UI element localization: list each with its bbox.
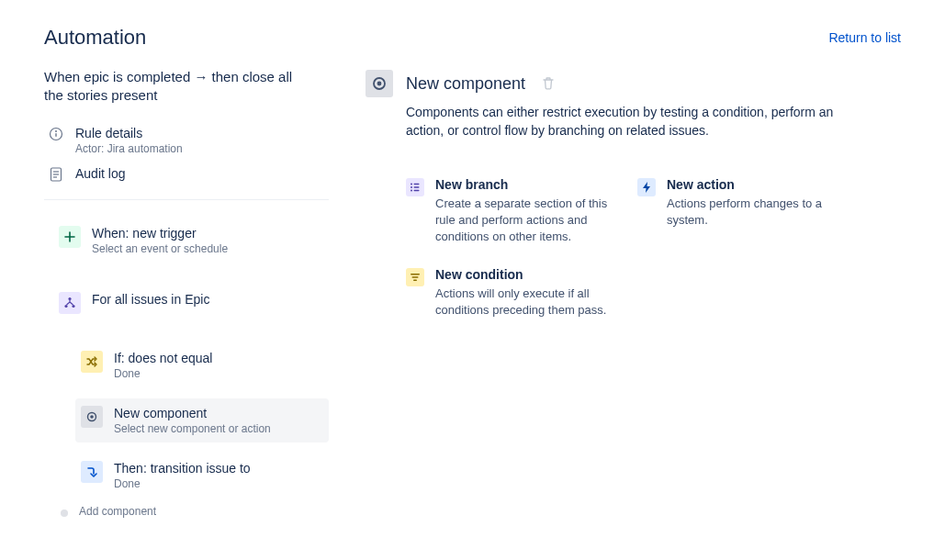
shuffle-icon [81,351,103,373]
document-icon [48,166,64,183]
rule-actor-label: Actor: Jira automation [75,142,183,155]
step-condition[interactable]: If: does not equal Done [75,343,329,387]
svg-point-18 [411,189,412,191]
step-action-title: Then: transition issue to [114,461,251,476]
option-condition-desc: Actions will only execute if all conditi… [435,286,615,319]
timeline-end-dot [61,510,68,517]
svg-rect-21 [412,276,419,278]
svg-point-13 [377,82,382,86]
step-trigger-title: When: new trigger [92,226,228,241]
step-trigger[interactable]: When: new trigger Select an event or sch… [53,218,329,263]
step-condition-title: If: does not equal [114,351,212,365]
plus-icon [59,226,81,248]
svg-rect-22 [413,280,417,282]
step-action[interactable]: Then: transition issue to Done [75,454,329,498]
trash-icon[interactable] [542,76,557,91]
step-condition-sub: Done [114,367,212,380]
svg-rect-17 [414,186,420,187]
svg-rect-20 [411,274,420,275]
audit-log-item[interactable]: Audit log [44,161,329,188]
component-panel: New component Components can either rest… [366,68,901,518]
rule-details-item[interactable]: Rule details Actor: Jira automation [44,120,329,161]
lightning-icon [637,178,656,196]
step-new-component[interactable]: New component Select new component or ac… [75,398,329,442]
branch-icon [59,292,81,314]
list-icon [406,178,424,196]
svg-rect-2 [55,133,56,137]
filter-icon [406,268,424,286]
rule-details-label: Rule details [75,126,183,140]
transition-icon [81,461,103,483]
rule-name: When epic is completed → then close all … [44,68,301,106]
svg-point-7 [68,297,71,299]
info-icon [48,126,64,142]
panel-description: Components can either restrict execution… [406,103,838,140]
option-action-desc: Actions perform changes to a system. [667,196,847,229]
option-condition-title: New condition [435,267,615,282]
step-newcomp-title: New component [114,406,271,420]
step-branch[interactable]: For all issues in Epic [53,285,329,321]
add-component-link[interactable]: Add component [79,505,156,518]
option-action-title: New action [667,177,847,192]
svg-point-11 [90,415,94,419]
step-newcomp-sub: Select new component or action [114,422,271,435]
svg-rect-19 [414,189,420,190]
option-branch-title: New branch [435,177,615,192]
gear-icon [81,406,103,428]
option-new-condition[interactable]: New condition Actions will only execute … [406,267,615,319]
step-branch-title: For all issues in Epic [92,292,209,307]
gear-icon [366,70,393,97]
option-branch-desc: Create a separate section of this rule a… [435,196,615,246]
audit-log-label: Audit log [75,166,125,181]
step-action-sub: Done [114,477,251,490]
return-to-list-link[interactable]: Return to list [828,30,901,45]
svg-point-1 [55,130,57,132]
option-new-action[interactable]: New action Actions perform changes to a … [637,177,847,246]
panel-title: New component [406,74,525,94]
page-title: Automation [44,26,146,50]
svg-point-16 [411,186,412,188]
svg-point-8 [64,304,67,307]
svg-point-9 [72,304,74,307]
svg-rect-15 [414,183,420,184]
svg-point-14 [411,183,412,185]
rule-sidebar: When epic is completed → then close all … [44,68,329,518]
step-trigger-sub: Select an event or schedule [92,242,228,255]
option-new-branch[interactable]: New branch Create a separate section of … [406,177,615,246]
